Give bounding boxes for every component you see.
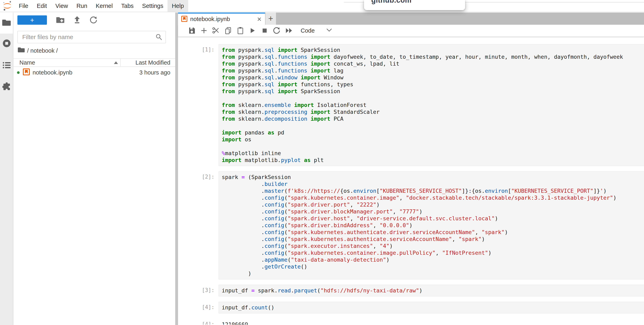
sidebar-tab-extensions[interactable]	[0, 83, 13, 91]
menu-item-file[interactable]: File	[14, 0, 32, 12]
home-folder-icon[interactable]	[18, 47, 25, 54]
jupyterlab-app: File Edit View Run Kernel Tabs Settings …	[0, 0, 644, 325]
interrupt-kernel-button[interactable]	[258, 26, 271, 36]
notebook-toolbar: Code	[178, 25, 644, 37]
notebook-cell[interactable]: [4]: input_df.count()	[178, 302, 644, 313]
kernel-running-dot	[17, 71, 20, 74]
stop-circle-icon	[2, 39, 11, 48]
chevron-down-icon[interactable]	[326, 28, 332, 33]
file-filter	[18, 31, 166, 43]
cell-output: 12106669	[218, 319, 644, 324]
cell-prompt: [1]:	[178, 44, 218, 166]
menu-bar: File Edit View Run Kernel Tabs Settings …	[0, 0, 644, 12]
tab-label: notebook.ipynb	[190, 16, 256, 23]
new-tab-button[interactable]: +	[266, 13, 276, 25]
filter-files-input[interactable]	[18, 31, 166, 43]
sidebar-tab-file-browser[interactable]	[0, 13, 13, 34]
file-name: notebook.ipynb	[32, 69, 72, 76]
file-browser-toolbar: +	[18, 16, 175, 25]
column-header-name[interactable]: Name	[20, 59, 35, 66]
copy-cells-button[interactable]	[222, 26, 234, 36]
cell-editor[interactable]: input_df.count()	[218, 302, 644, 313]
menu-item-view[interactable]: View	[51, 0, 72, 12]
cut-cells-button[interactable]	[210, 26, 222, 36]
dock-tab-bar: notebook.ipynb × +	[178, 13, 644, 25]
jupyter-logo	[0, 0, 14, 12]
sort-ascending-icon	[114, 61, 118, 64]
cell-editor[interactable]: spark = (SparkSession .builder .master(f…	[218, 171, 644, 279]
browser-popup: github.com	[364, 0, 465, 10]
sidebar-tab-table-of-contents[interactable]	[0, 62, 13, 70]
notebook-dock: notebook.ipynb × +	[178, 13, 644, 325]
insert-cell-button[interactable]	[198, 26, 210, 36]
cell-prompt: [4]:	[178, 302, 218, 313]
column-divider	[120, 59, 120, 66]
tab-notebook-ipynb[interactable]: notebook.ipynb ×	[178, 13, 265, 25]
menu-item-kernel[interactable]: Kernel	[92, 0, 117, 12]
file-row-notebook[interactable]: notebook.ipynb 3 hours ago	[13, 67, 175, 78]
close-tab-icon[interactable]: ×	[256, 15, 262, 24]
file-modified: 3 hours ago	[140, 69, 170, 76]
menu-item-run[interactable]: Run	[72, 0, 92, 12]
cell-editor[interactable]: input_df = spark.read.parquet("hdfs://hd…	[218, 285, 644, 296]
popup-origin-text: github.com	[371, 0, 412, 5]
file-list-header: Name Last Modified	[13, 58, 175, 67]
run-cell-button[interactable]	[246, 26, 258, 36]
panel-splitter[interactable]	[175, 13, 178, 325]
sidebar-tab-running-sessions[interactable]	[0, 40, 13, 48]
menu-item-tabs[interactable]: Tabs	[117, 0, 138, 12]
notebook-cell[interactable]: [3]: input_df = spark.read.parquet("hdfs…	[178, 285, 644, 296]
breadcrumb-path[interactable]: / notebook /	[27, 47, 58, 54]
breadcrumb[interactable]: / notebook /	[18, 47, 175, 54]
notebook-file-icon	[23, 69, 30, 77]
new-launcher-button[interactable]: +	[18, 16, 47, 25]
menu-item-help[interactable]: Help	[168, 0, 188, 12]
restart-run-all-button[interactable]	[283, 26, 295, 36]
save-button[interactable]	[186, 26, 198, 36]
cell-prompt: [2]:	[178, 171, 218, 279]
column-header-modified[interactable]: Last Modified	[136, 59, 170, 66]
menu-item-edit[interactable]: Edit	[32, 0, 51, 12]
notebook-cell[interactable]: [4]: 12106669	[178, 319, 644, 324]
paste-cells-button[interactable]	[234, 26, 246, 36]
notebook-cell[interactable]: [1]: from pyspark.sql import SparkSessio…	[178, 44, 644, 166]
search-icon	[156, 34, 162, 41]
cell-prompt: [4]:	[178, 319, 218, 324]
restart-kernel-button[interactable]	[271, 26, 283, 36]
cell-type-dropdown[interactable]: Code	[301, 27, 314, 34]
sidebar-strip	[0, 13, 13, 325]
upload-icon[interactable]	[74, 16, 80, 24]
cell-editor[interactable]: from pyspark.sql import SparkSessionfrom…	[218, 44, 644, 166]
toc-icon	[3, 62, 11, 70]
file-browser-panel: +	[13, 13, 175, 325]
cell-prompt: [3]:	[178, 285, 218, 296]
new-folder-button[interactable]	[56, 17, 64, 24]
notebook-cells: [1]: from pyspark.sql import SparkSessio…	[178, 37, 644, 324]
notebook-cell[interactable]: [2]: spark = (SparkSession .builder .mas…	[178, 171, 644, 279]
notebook-file-icon	[181, 16, 187, 23]
refresh-icon[interactable]	[90, 16, 98, 24]
puzzle-icon	[2, 82, 11, 92]
menu-item-settings[interactable]: Settings	[138, 0, 168, 12]
folder-icon	[2, 19, 11, 27]
